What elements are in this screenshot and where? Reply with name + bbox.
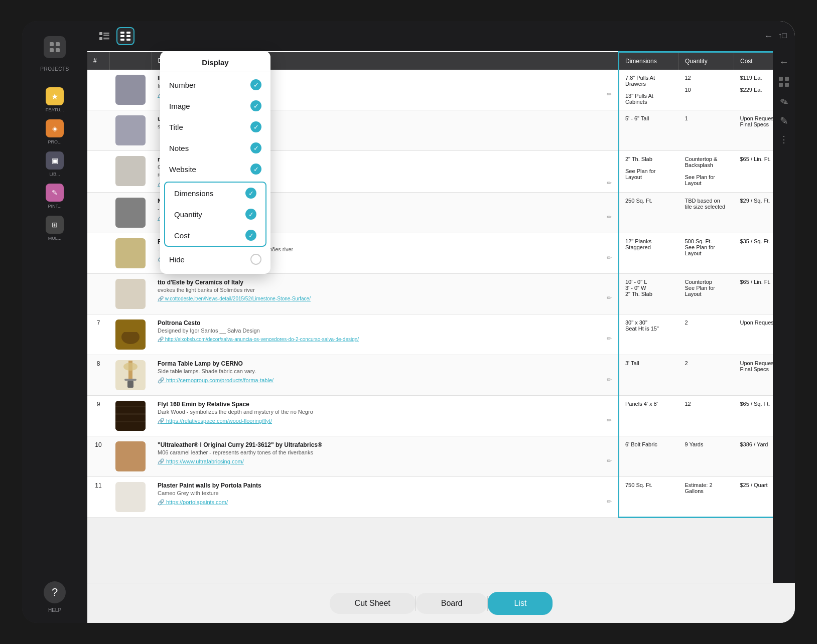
item-title: Plaster Paint walls by Portola Paints [158, 482, 612, 489]
sidebar-item-pint[interactable]: ✎ PINT... [35, 181, 75, 211]
row-num [87, 151, 109, 193]
display-quantity-label: Quantity [174, 210, 240, 219]
svg-rect-2 [50, 48, 54, 52]
table-row[interactable]: 11 Plaster Paint walls by Portola Paints… [87, 477, 794, 518]
cut-sheet-button[interactable]: Cut Sheet [330, 593, 416, 614]
row-image [109, 314, 152, 355]
svg-rect-21 [127, 381, 133, 388]
display-cost-label: Cost [174, 231, 240, 240]
display-item-dimensions[interactable]: Dimensions ✓ [165, 183, 265, 204]
item-link[interactable]: 🔗 https://relativespace.com/wood-floorin… [158, 418, 272, 424]
row-quantity: 500 Sq. Ft.See Plan for Layout [679, 233, 734, 274]
sidebar-item-mul[interactable]: ⊞ MUL... [35, 213, 75, 243]
row-dimensions: 3' Tall [619, 355, 679, 396]
list-view-button[interactable] [95, 27, 113, 45]
list-button[interactable]: List [488, 592, 553, 615]
sidebar-bottom: ? HELP [44, 581, 66, 623]
table-row[interactable]: 9 Flyt 160 Emin by Relative Space Dark W… [87, 396, 794, 436]
svg-rect-28 [779, 83, 783, 87]
item-link[interactable]: 🔗 https://www.ultrafabricsing.com/ [158, 458, 244, 465]
row-dimensions: 7.8" Pulls At Drawers13" Pulls At Cabine… [619, 70, 679, 110]
link-row: 🔗 http://eixobsb.com/decor/salva-anuncia… [158, 335, 612, 342]
display-item-quantity[interactable]: Quantity ✓ [165, 204, 265, 225]
row-num [87, 110, 109, 151]
item-link[interactable]: 🔗 http://cernogroup.com/products/forma-t… [158, 377, 274, 384]
svg-rect-1 [56, 42, 60, 46]
sidebar-top: PROJECTS [22, 31, 87, 85]
item-thumbnail [115, 482, 146, 512]
row-image [109, 110, 152, 151]
sidebar: PROJECTS ★ FEATU... ◈ PRO... ▣ LIB... [22, 21, 87, 623]
display-image-label: Image [169, 102, 245, 110]
table-row[interactable]: 10 "Ultraleather® I Original Curry 291-3… [87, 436, 794, 477]
row-desc: Plaster Paint walls by Portola Paints Ca… [152, 477, 619, 518]
right-panel-icon-grid[interactable] [777, 75, 791, 89]
link-row: 🔗 https://portolapaints.com/ ✏ [158, 498, 612, 506]
row-image [109, 151, 152, 193]
row-num [87, 233, 109, 274]
mul-icon: ⊞ [46, 216, 64, 234]
sidebar-item-mul-label: MUL... [48, 236, 62, 241]
sidebar-item-star[interactable]: ★ FEATU... [35, 85, 75, 115]
svg-rect-13 [126, 32, 130, 34]
back-button[interactable]: ← [764, 31, 773, 42]
right-panel-icon-1[interactable]: ← [779, 56, 789, 68]
edit-icon[interactable]: ✏ [607, 498, 612, 505]
link-row: 🔗 https://www.ultrafabricsing.com/ ✏ [158, 457, 612, 465]
row-dimensions: 6' Bolt Fabric [619, 436, 679, 477]
col-quantity: Quantity [679, 52, 734, 70]
item-thumbnail [115, 319, 146, 350]
svg-rect-11 [120, 35, 124, 37]
edit-icon[interactable]: ✏ [607, 91, 612, 98]
svg-rect-23 [115, 406, 146, 407]
display-item-number[interactable]: Number ✓ [160, 74, 270, 95]
item-link[interactable]: 🔗 w.cottodeste.it/en/News-detail/2015/52… [158, 296, 311, 301]
col-num: # [87, 52, 109, 70]
edit-icon[interactable]: ✏ [607, 294, 612, 301]
view-toggles [95, 27, 134, 45]
table-row[interactable]: 7 Poltrona Cesto Designed by Igor Santos… [87, 314, 794, 355]
display-item-title[interactable]: Title ✓ [160, 116, 270, 137]
display-item-hide[interactable]: Hide [160, 249, 270, 270]
sidebar-item-lib[interactable]: ▣ LIB... [35, 149, 75, 179]
help-label: HELP [48, 607, 61, 613]
right-panel-icon-dots[interactable]: ⋮ [779, 134, 788, 145]
edit-icon[interactable]: ✏ [607, 254, 612, 261]
row-dimensions: 12" PlanksStaggered [619, 233, 679, 274]
table-row[interactable]: 8 Forma Table Lamp by CERNO Side table l… [87, 355, 794, 396]
svg-rect-14 [126, 35, 130, 37]
notes-check: ✓ [250, 142, 261, 153]
row-num: 8 [87, 355, 109, 396]
sidebar-item-pro[interactable]: ◈ PRO... [35, 117, 75, 147]
edit-icon[interactable]: ✏ [607, 335, 612, 342]
edit-icon[interactable]: ✏ [607, 214, 612, 221]
display-item-image[interactable]: Image ✓ [160, 95, 270, 116]
item-thumbnail [115, 75, 146, 105]
table-row[interactable]: tto d'Este by Ceramics of Italy evokes t… [87, 274, 794, 314]
grid-view-button[interactable] [116, 27, 134, 45]
help-button[interactable]: ? [44, 581, 66, 603]
item-thumbnail [115, 401, 146, 431]
item-link[interactable]: 🔗 https://portolapaints.com/ [158, 499, 228, 506]
board-button[interactable]: Board [416, 593, 488, 614]
edit-icon[interactable]: ✏ [607, 417, 612, 424]
item-note: evokes the light banks of Solimões river [158, 287, 612, 293]
right-panel-icon-pen[interactable]: ✏ [777, 94, 791, 109]
edit-icon[interactable]: ✏ [607, 180, 612, 187]
edit-icon[interactable]: ✏ [607, 376, 612, 383]
grid-icon[interactable] [44, 36, 66, 58]
svg-rect-10 [120, 32, 124, 34]
row-num: 10 [87, 436, 109, 477]
display-item-notes[interactable]: Notes ✓ [160, 137, 270, 158]
display-item-cost[interactable]: Cost ✓ [165, 225, 265, 246]
sidebar-item-pro-label: PRO... [48, 139, 61, 144]
row-desc: Flyt 160 Emin by Relative Space Dark Woo… [152, 396, 619, 436]
share-button[interactable]: ↑□ [778, 31, 787, 42]
svg-rect-7 [103, 35, 109, 36]
item-link[interactable]: 🔗 http://eixobsb.com/decor/salva-anuncia… [158, 337, 359, 342]
row-dimensions: 5' - 6" Tall [619, 110, 679, 151]
edit-icon[interactable]: ✏ [607, 457, 612, 464]
display-item-website[interactable]: Website ✓ [160, 158, 270, 180]
svg-rect-26 [779, 77, 783, 81]
right-panel-icon-edit[interactable]: ✎ [780, 115, 788, 127]
